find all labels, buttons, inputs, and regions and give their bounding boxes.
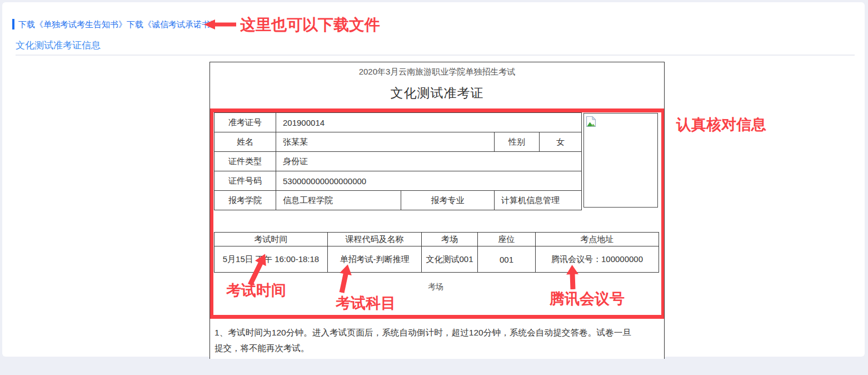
meeting-id-annotation: 腾讯会议号 xyxy=(550,289,625,309)
ticket-exam-name: 2020年3月云南旅游职业学院单独招生考试 xyxy=(210,67,664,77)
content-card: 下载《单独考试考生告知书》下载《诚信考试承诺书》 这里也可以下载文件 文化测试准… xyxy=(2,2,865,357)
note-line-2: 2、提交试卷完成后，系统会当场自动给出分数 xyxy=(214,356,631,359)
schedule-room-value: 文化测试001 xyxy=(422,246,478,273)
schedule-header-address: 考点地址 xyxy=(536,233,659,246)
major-label: 报考专业 xyxy=(401,191,495,210)
candidate-photo-placeholder xyxy=(583,113,658,208)
table-row: 报考学院 信息工程学院 报考专业 计算机信息管理 xyxy=(214,191,582,210)
exam-schedule-table: 考试时间 课程代码及名称 考场 座位 考点地址 5月15日 下午 16:00-1… xyxy=(214,232,659,273)
note-line-1: 1、考试时间为120分钟。进入考试页面后，系统自动倒计时，超过120分钟，系统会… xyxy=(214,325,631,356)
schedule-header-time: 考试时间 xyxy=(214,233,328,246)
name-value: 张某某 xyxy=(276,132,495,152)
id-type-value: 身份证 xyxy=(276,152,582,171)
college-label: 报考学院 xyxy=(214,191,276,210)
broken-image-icon xyxy=(586,115,597,127)
blue-accent-bar xyxy=(12,19,14,29)
id-no-label: 证件号码 xyxy=(214,171,276,191)
left-arrow-icon xyxy=(204,19,236,29)
table-row: 姓名 张某某 性别 女 xyxy=(214,132,582,152)
table-row: 证件类型 身份证 xyxy=(214,152,582,171)
exam-room-note: 考场 xyxy=(428,282,443,292)
schedule-header-row: 考试时间 课程代码及名称 考场 座位 考点地址 xyxy=(214,233,659,246)
schedule-header-seat: 座位 xyxy=(478,233,536,246)
exam-time-annotation: 考试时间 xyxy=(226,280,286,300)
red-highlight-box: 准考证号 201900014 姓名 张某某 性别 女 证件类型 身份证 证件号码… xyxy=(209,108,665,319)
admission-ticket: 2020年3月云南旅游职业学院单独招生考试 文化测试准考证 准考证号 20190… xyxy=(209,62,665,359)
download-links: 下载《单独考试考生告知书》下载《诚信考试承诺书》 xyxy=(18,19,218,29)
id-no-value: 530000000000000000 xyxy=(276,171,582,191)
schedule-data-row: 5月15日 下午 16:00-18:18 单招考试-判断推理 文化测试001 0… xyxy=(214,246,659,273)
page-title: 文化测试准考证信息 xyxy=(16,39,101,52)
table-row: 证件号码 530000000000000000 xyxy=(214,171,582,191)
schedule-header-room: 考场 xyxy=(422,233,478,246)
admission-no-label: 准考证号 xyxy=(214,113,276,132)
candidate-info-table: 准考证号 201900014 姓名 张某某 性别 女 证件类型 身份证 证件号码… xyxy=(214,112,582,210)
meeting-id-arrow-icon xyxy=(566,265,579,290)
major-value: 计算机信息管理 xyxy=(495,191,582,210)
table-row: 准考证号 201900014 xyxy=(214,113,582,132)
schedule-address-value: 腾讯会议号：100000000 xyxy=(536,246,659,273)
download-link-candidate-notice[interactable]: 下载《单独考试考生告知书》 xyxy=(18,19,127,29)
schedule-header-course: 课程代码及名称 xyxy=(328,233,422,246)
college-value: 信息工程学院 xyxy=(276,191,401,210)
ticket-title: 文化测试准考证 xyxy=(210,85,664,102)
download-hint-annotation: 这里也可以下载文件 xyxy=(240,14,380,36)
name-label: 姓名 xyxy=(214,132,276,152)
exam-notes: 1、考试时间为120分钟。进入考试页面后，系统自动倒计时，超过120分钟，系统会… xyxy=(214,325,631,359)
verify-info-annotation: 认真核对信息 xyxy=(676,115,766,135)
gender-label: 性别 xyxy=(495,132,540,152)
id-type-label: 证件类型 xyxy=(214,152,276,171)
gender-value: 女 xyxy=(540,132,582,152)
page: { "page": { "section_title": "文化测试准考证信息"… xyxy=(0,0,868,375)
schedule-time-value: 5月15日 下午 16:00-18:18 xyxy=(214,246,328,273)
schedule-seat-value: 001 xyxy=(478,246,536,273)
divider xyxy=(16,55,855,56)
admission-no-value: 201900014 xyxy=(276,113,582,132)
exam-subject-annotation: 考试科目 xyxy=(336,293,396,313)
